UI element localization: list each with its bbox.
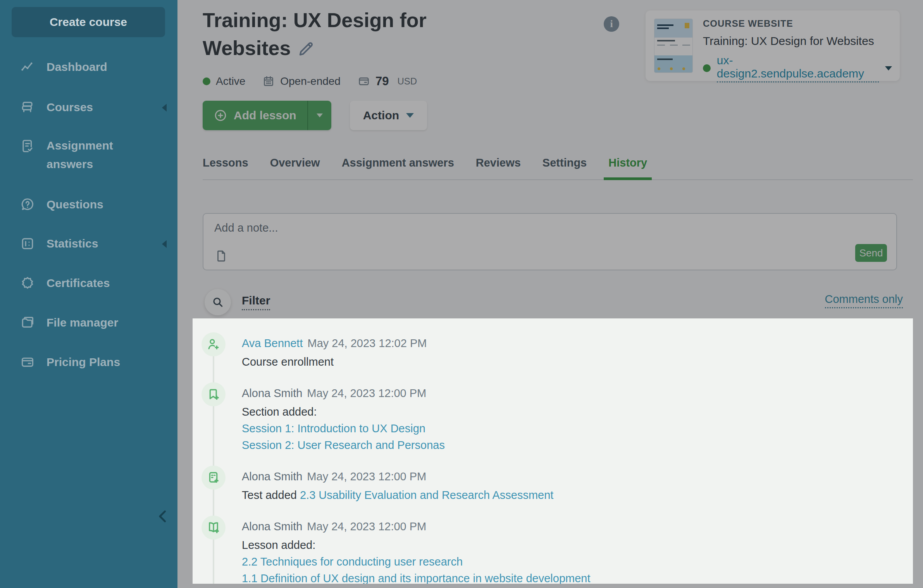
entry-text: Lesson added: (242, 539, 315, 552)
section-add-icon (201, 382, 226, 406)
timeline-entry-header: Alona SmithMay 24, 2023 12:00 PM (242, 387, 426, 400)
sidebar-item-label: Pricing Plans (46, 353, 120, 371)
sidebar-item-label: Certificates (46, 274, 110, 292)
dashboard-icon (20, 60, 35, 74)
wallet-icon (20, 355, 35, 370)
timeline-line (213, 346, 214, 584)
sidebar-item-statistics[interactable]: Statistics (0, 234, 177, 253)
person-add-icon (201, 332, 226, 356)
user-link[interactable]: Ava Bennett (242, 337, 303, 349)
folder-icon (20, 315, 35, 330)
sidebar: Create course Dashboard Courses Assignme… (0, 0, 177, 588)
lesson-link[interactable]: 2.2 Techniques for conducting user resea… (242, 555, 463, 568)
sidebar-item-label: Questions (46, 195, 103, 214)
sidebar-item-certificates[interactable]: Certificates (0, 274, 177, 292)
sidebar-item-label: Assignment answers (46, 136, 138, 174)
assignment-icon (20, 139, 35, 153)
entry-timestamp: May 24, 2023 12:00 PM (307, 520, 426, 533)
submenu-arrow-icon (162, 240, 167, 248)
section-link[interactable]: Session 2: User Research and Personas (242, 439, 445, 451)
sidebar-item-label: Statistics (46, 234, 98, 253)
test-add-icon (201, 466, 226, 490)
sidebar-item-label: Dashboard (46, 58, 107, 76)
entry-text: Test added (242, 489, 297, 501)
timeline-entry-header: Alona SmithMay 24, 2023 12:00 PM (242, 470, 426, 483)
history-timeline-panel: Ava BennettMay 24, 2023 12:02 PM Course … (193, 318, 913, 584)
lesson-add-icon (201, 516, 226, 540)
question-bubble-icon (20, 197, 35, 212)
entry-text: Section added: (242, 406, 317, 418)
sidebar-item-dashboard[interactable]: Dashboard (0, 58, 177, 76)
sidebar-item-label: File manager (46, 313, 118, 332)
entry-timestamp: May 24, 2023 12:00 PM (307, 470, 426, 483)
sidebar-item-assignment-answers[interactable]: Assignment answers (0, 136, 177, 174)
entry-timestamp: May 24, 2023 12:00 PM (307, 387, 426, 399)
statistics-icon (20, 236, 35, 251)
section-link[interactable]: Session 1: Introduction to UX Design (242, 422, 425, 435)
user-name: Alona Smith (242, 470, 302, 483)
sidebar-item-file-manager[interactable]: File manager (0, 313, 177, 332)
sidebar-item-label: Courses (46, 98, 93, 117)
courses-icon (20, 100, 35, 115)
sidebar-collapse-button[interactable] (154, 507, 173, 526)
certificate-seal-icon (20, 276, 35, 291)
create-course-button[interactable]: Create course (12, 7, 165, 37)
sidebar-item-pricing-plans[interactable]: Pricing Plans (0, 353, 177, 371)
user-name: Alona Smith (242, 387, 302, 399)
submenu-arrow-icon (162, 104, 167, 112)
user-name: Alona Smith (242, 520, 302, 533)
app-root: Create course Dashboard Courses Assignme… (0, 0, 923, 588)
test-link[interactable]: 2.3 Usability Evaluation and Research As… (300, 489, 553, 501)
timeline-entry-header: Ava BennettMay 24, 2023 12:02 PM (242, 337, 427, 350)
sidebar-item-questions[interactable]: Questions (0, 195, 177, 214)
entry-timestamp: May 24, 2023 12:02 PM (307, 337, 427, 349)
lesson-link[interactable]: 1.1 Definition of UX design and its impo… (242, 572, 591, 584)
sidebar-item-courses[interactable]: Courses (0, 98, 177, 117)
entry-text: Course enrollment (242, 356, 334, 368)
timeline-entry-header: Alona SmithMay 24, 2023 12:00 PM (242, 520, 426, 533)
